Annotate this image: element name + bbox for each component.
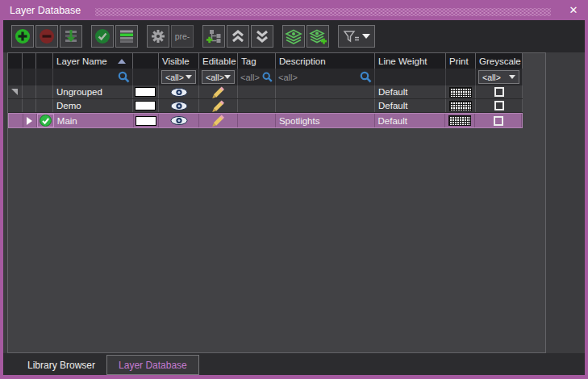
header-print[interactable]: Print	[446, 53, 476, 69]
greyscale-cell[interactable]	[476, 85, 523, 98]
tag-cell[interactable]	[238, 99, 276, 112]
gear-icon	[150, 28, 166, 44]
greyscale-checkbox[interactable]	[494, 87, 504, 97]
visible-cell[interactable]	[159, 114, 199, 127]
description-cell[interactable]	[276, 99, 375, 112]
settings-button[interactable]	[147, 25, 169, 48]
visible-filter-dropdown[interactable]: <all>	[161, 70, 196, 84]
move-up-button[interactable]	[227, 25, 249, 48]
color-swatch	[136, 116, 156, 126]
greyscale-cell[interactable]	[475, 114, 522, 127]
color-swatch	[135, 101, 156, 110]
description-cell[interactable]	[276, 85, 375, 98]
greyscale-cell[interactable]	[476, 99, 523, 112]
header-greyscale[interactable]: Greyscale	[476, 53, 523, 69]
header-color-column[interactable]	[133, 53, 159, 69]
presets-button[interactable]: pre-	[171, 25, 194, 48]
chevron-down-icon	[186, 75, 192, 79]
sort-ascending-icon	[118, 59, 126, 64]
layer-database-window: Layer Database ✕	[0, 0, 588, 379]
visible-cell[interactable]	[159, 85, 199, 98]
active-layer-cell[interactable]	[36, 85, 53, 98]
line-weight-cell[interactable]: Default	[375, 114, 446, 127]
close-button[interactable]: ✕	[564, 2, 583, 19]
editable-cell[interactable]	[199, 114, 238, 127]
import-layer-button[interactable]	[60, 25, 82, 48]
filter-spacer	[375, 69, 446, 85]
description-cell[interactable]: Spotlights	[276, 114, 375, 127]
layer-table: Layer Name Visible Editable Tag Descript…	[7, 52, 546, 353]
header-description[interactable]: Description	[276, 53, 375, 69]
active-layer-cell[interactable]	[36, 99, 53, 112]
line-weight-cell[interactable]: Default	[375, 85, 446, 98]
header-tag[interactable]: Tag	[238, 53, 276, 69]
pencil-icon	[211, 100, 226, 112]
greyscale-filter[interactable]: <all>	[476, 69, 523, 85]
window-border-bottom	[0, 375, 588, 379]
tree-expander-cell	[9, 114, 23, 127]
current-row-arrow-icon	[27, 117, 32, 125]
print-cell[interactable]	[446, 99, 476, 112]
line-weight-cell[interactable]: Default	[375, 99, 446, 112]
filter-spacer	[23, 69, 36, 85]
layer-color-cell[interactable]	[133, 85, 159, 98]
description-filter[interactable]: <all>	[276, 69, 375, 85]
layer-list-button[interactable]	[115, 25, 138, 48]
editable-cell[interactable]	[199, 85, 238, 98]
delete-layer-button[interactable]	[35, 25, 58, 48]
tab-library-browser[interactable]: Library Browser	[16, 355, 106, 375]
print-pattern-swatch	[448, 115, 471, 126]
table-row-main[interactable]: Main	[8, 113, 523, 128]
header-active-column[interactable]	[36, 53, 53, 69]
tree-expander-cell	[8, 99, 23, 112]
table-row-demo[interactable]: Demo	[8, 99, 523, 113]
header-marker-column[interactable]	[23, 53, 36, 69]
greyscale-checkbox[interactable]	[494, 101, 504, 110]
activate-layer-button[interactable]	[91, 25, 114, 48]
print-cell[interactable]	[445, 114, 475, 127]
layer-name-search[interactable]	[53, 69, 133, 85]
active-layer-cell[interactable]	[37, 114, 54, 127]
tree-expander-cell[interactable]	[8, 85, 23, 98]
add-layer-button[interactable]	[11, 25, 34, 48]
header-expander-column[interactable]	[8, 53, 23, 69]
tree-plus-icon	[206, 28, 222, 44]
table-row-ungrouped[interactable]: Ungrouped	[8, 85, 523, 99]
print-pattern-swatch	[449, 101, 472, 111]
titlebar[interactable]: Layer Database ✕	[0, 0, 588, 20]
greyscale-filter-dropdown[interactable]: <all>	[478, 70, 519, 84]
layer-color-cell[interactable]	[134, 114, 160, 127]
check-circle-icon	[94, 28, 111, 44]
layer-name-cell[interactable]: Demo	[53, 99, 133, 112]
editable-cell[interactable]	[199, 99, 238, 112]
layer-color-cell[interactable]	[133, 99, 159, 112]
pencil-icon	[211, 86, 226, 98]
visible-filter[interactable]: <all>	[159, 69, 199, 85]
layer-name-cell[interactable]: Ungrouped	[53, 85, 133, 98]
editable-filter[interactable]: <all>	[199, 69, 238, 85]
tag-cell[interactable]	[238, 85, 276, 98]
filter-button[interactable]	[338, 25, 375, 48]
plus-circle-icon	[15, 28, 31, 44]
move-down-button[interactable]	[251, 25, 273, 48]
new-layer-group-button[interactable]	[202, 25, 225, 48]
search-icon	[360, 71, 372, 83]
tag-cell[interactable]	[238, 114, 276, 127]
visible-cell[interactable]	[159, 99, 199, 112]
editable-filter-dropdown[interactable]: <all>	[202, 70, 235, 84]
print-cell[interactable]	[446, 85, 476, 98]
layer-stack-button[interactable]	[282, 25, 305, 48]
greyscale-checkbox[interactable]	[494, 116, 503, 126]
header-visible[interactable]: Visible	[159, 53, 199, 69]
presets-button-label: pre-	[175, 31, 190, 41]
layer-name-cell[interactable]: Main	[54, 114, 134, 127]
header-layer-name[interactable]: Layer Name	[53, 53, 133, 69]
minus-circle-icon	[39, 28, 55, 44]
tag-filter[interactable]: <all>	[238, 69, 276, 85]
filter-icon	[343, 30, 360, 43]
header-line-weight[interactable]: Line Weight	[375, 53, 446, 69]
tab-layer-database[interactable]: Layer Database	[106, 355, 199, 375]
header-editable[interactable]: Editable	[199, 53, 238, 69]
row-marker-cell	[23, 85, 36, 98]
add-layer-stack-button[interactable]	[307, 25, 329, 48]
